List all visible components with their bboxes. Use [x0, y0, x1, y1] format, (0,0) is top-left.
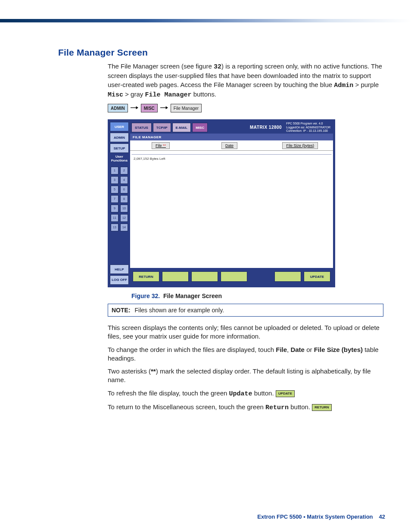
return-button[interactable]: RETURN: [133, 271, 159, 282]
breadcrumb: ADMIN MISC File Manager: [108, 104, 386, 112]
keypad-key[interactable]: 11: [111, 214, 118, 222]
note-label: NOTE:: [108, 307, 135, 314]
tab-status[interactable]: STATUS: [131, 123, 152, 132]
keypad-key[interactable]: 4: [120, 176, 128, 184]
tab-email[interactable]: E-MAIL: [172, 123, 191, 132]
paragraph: To change the order in which the files a…: [108, 345, 383, 363]
keypad-key[interactable]: 14: [120, 224, 128, 231]
intro-paragraph: The File Manager screen (see figure 32) …: [108, 62, 383, 100]
tab-misc[interactable]: MISC: [192, 123, 208, 132]
paragraph: Two asterisks (**) mark the selected dis…: [108, 367, 383, 385]
bytes-left-label: 2,097,152 Bytes Left: [134, 157, 165, 161]
inline-return-button: RETURN: [312, 404, 331, 411]
keypad-key[interactable]: 10: [120, 205, 128, 212]
section-heading: File Manager Screen: [58, 47, 386, 58]
column-file-header[interactable]: File **: [152, 142, 170, 149]
keypad-key[interactable]: 5: [111, 186, 118, 193]
tabs-row: STATUS TCP/IP E-MAIL MISC MATRIX 12800 F…: [130, 121, 333, 134]
sidebar: USER ADMIN SETUP User Functions 1 2 3 4 …: [109, 120, 130, 286]
paragraph: To return to the Miscellaneous screen, t…: [108, 403, 383, 412]
keypad-key[interactable]: 13: [111, 224, 118, 231]
keypad-key[interactable]: 6: [120, 186, 128, 193]
note-box: NOTE: Files shown are for example only.: [108, 304, 383, 317]
tab-tcpip[interactable]: TCP/IP: [153, 123, 171, 132]
update-button[interactable]: UPDATE: [304, 271, 330, 282]
keypad-key[interactable]: 3: [111, 176, 118, 184]
action-blank-button[interactable]: .: [221, 271, 247, 282]
sidebar-help-button[interactable]: HELP: [110, 264, 129, 274]
sidebar-user-button[interactable]: USER: [110, 122, 129, 131]
file-list-body: 2,097,152 Bytes Left: [130, 151, 333, 268]
column-filesize-header[interactable]: File Size (bytes): [282, 142, 318, 149]
action-row: RETURN . . . . UPDATE: [130, 268, 333, 285]
arrow-right-icon: [160, 104, 168, 112]
keypad-key[interactable]: 7: [111, 195, 118, 203]
keypad-key[interactable]: 12: [120, 214, 128, 222]
breadcrumb-filemanager-button: File Manager: [171, 104, 202, 112]
screenshot-panel: USER ADMIN SETUP User Functions 1 2 3 4 …: [108, 119, 335, 287]
action-blank-button[interactable]: .: [274, 271, 301, 282]
file-manager-title-bar: FILE MANAGER: [130, 134, 333, 140]
sidebar-setup-button[interactable]: SETUP: [110, 143, 129, 153]
page-footer: Extron FPC 5500 • Matrix System Operatio…: [257, 513, 385, 520]
paragraph: This screen displays the contents only; …: [108, 324, 383, 341]
sidebar-user-functions-label: User Functions: [110, 155, 129, 163]
keypad-key[interactable]: 8: [120, 195, 128, 203]
keypad-key[interactable]: 1: [111, 167, 118, 174]
list-divider: [132, 154, 331, 155]
figure-caption: Figure 32. File Manager Screen: [131, 292, 335, 299]
action-blank-button[interactable]: .: [191, 271, 218, 282]
note-text: Files shown are for example only.: [135, 307, 224, 314]
paragraph: To refresh the file display, touch the g…: [108, 389, 383, 398]
svg-marker-1: [136, 106, 138, 109]
sidebar-admin-button[interactable]: ADMIN: [110, 133, 129, 142]
header-gradient: [0, 19, 411, 22]
header-status-lines: FPC 5500 Program ver. 4.0 LoggedOn as: A…: [286, 122, 330, 133]
svg-marker-3: [165, 106, 168, 109]
sidebar-keypad: 1 2 3 4 5 6 7 8 9 10 11 12 13 14: [111, 167, 128, 231]
breadcrumb-admin-button: ADMIN: [108, 104, 128, 112]
breadcrumb-misc-button: MISC: [141, 104, 158, 112]
matrix-label: MATRIX 12800: [250, 125, 282, 130]
keypad-key[interactable]: 9: [111, 205, 118, 212]
arrow-right-icon: [131, 104, 138, 112]
keypad-key[interactable]: 2: [120, 167, 128, 174]
column-date-header[interactable]: Date: [221, 142, 237, 149]
list-header: File ** Date File Size (bytes): [130, 140, 333, 151]
sidebar-logoff-button[interactable]: LOG OFF: [110, 275, 129, 285]
inline-update-button: UPDATE: [276, 390, 295, 397]
action-blank-button[interactable]: .: [162, 271, 189, 282]
